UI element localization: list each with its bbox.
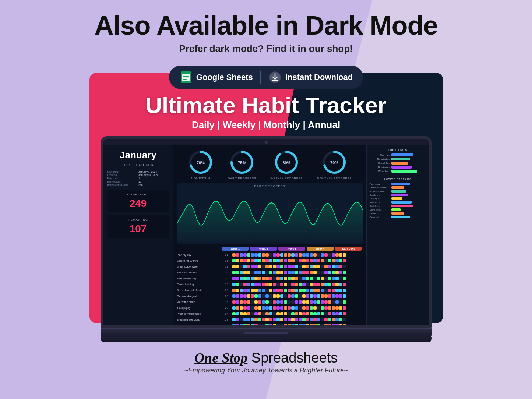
- habit-checkbox: [317, 318, 320, 321]
- habit-checkbox: [254, 259, 258, 262]
- habit-goal: 31: [221, 265, 232, 268]
- habit-checkbox: [262, 294, 265, 298]
- habit-checkbox: [262, 289, 265, 292]
- habit-checkbox: [240, 253, 243, 257]
- habit-checkbox: [335, 265, 339, 268]
- product-subtitle: Daily | Weekly | Monthly | Annual: [101, 119, 432, 131]
- brand-name-italic: One Stop: [194, 350, 248, 366]
- habit-checkbox: [276, 300, 280, 304]
- habit-checkbox: [236, 289, 239, 292]
- habit-checkbox: [269, 294, 272, 298]
- habit-checkbox: [343, 300, 346, 304]
- habit-checkbox: [276, 294, 280, 298]
- habit-checkbox: [317, 253, 320, 257]
- habit-checkboxes: [232, 289, 363, 292]
- habit-checkbox: [310, 306, 313, 310]
- habit-checkbox: [262, 277, 265, 280]
- streak-bar: [391, 197, 402, 200]
- habit-checkbox: [276, 265, 280, 268]
- habit-checkbox: [324, 294, 328, 298]
- habit-checkbox: [288, 318, 291, 321]
- habit-checkbox: [243, 253, 247, 257]
- habit-checkbox: [284, 289, 287, 292]
- habit-checkbox: [251, 283, 254, 286]
- habit-checkbox: [343, 312, 346, 315]
- habit-checkbox: [273, 306, 276, 310]
- line-chart: [177, 188, 363, 242]
- habit-checkbox: [232, 294, 236, 298]
- habit-checkbox: [288, 277, 291, 280]
- habit-checkbox: [291, 253, 295, 257]
- habit-checkbox: [243, 300, 247, 304]
- habit-checkbox: [324, 306, 328, 310]
- habit-checkbox: [240, 283, 243, 286]
- habit-checkbox: [288, 271, 291, 274]
- habit-checkbox: [265, 271, 269, 274]
- habit-checkbox: [251, 271, 254, 274]
- habit-checkbox: [321, 289, 324, 292]
- habit-checkbox: [262, 253, 265, 257]
- habit-checkbox: [321, 294, 324, 298]
- streak-row: Cardio...: [370, 212, 426, 215]
- habit-checkbox: [310, 294, 313, 298]
- habit-checkbox: [324, 277, 328, 280]
- habit-checkbox: [276, 289, 280, 292]
- metric-item-weekly-progress: 89% WEEKLY PROGRESS: [271, 149, 303, 180]
- habit-checkbox: [343, 271, 346, 274]
- habit-checkboxes: [232, 300, 363, 304]
- habit-checkbox: [280, 253, 283, 257]
- habit-checkbox: [328, 318, 331, 321]
- habit-checkbox: [299, 312, 302, 315]
- habit-checkbox: [280, 265, 283, 268]
- habit-checkbox: [302, 289, 306, 292]
- weeks-header: Week 1Week 2Week 3Week 4Extra Days: [173, 245, 366, 252]
- habit-checkbox: [232, 271, 236, 274]
- habit-checkbox: [243, 271, 247, 274]
- habit-checkbox: [273, 277, 276, 280]
- streak-name: Clean and...: [370, 216, 390, 218]
- habit-checkbox: [343, 265, 346, 268]
- habit-checkbox: [240, 306, 243, 310]
- habit-checkbox: [284, 306, 287, 310]
- month-label: January: [107, 149, 169, 161]
- habit-checkbox: [262, 300, 265, 304]
- dashboard-right-panel: TOP HABITS Plan my... No outside... Stre…: [366, 145, 429, 325]
- habit-checkbox: [265, 306, 269, 310]
- screen-content: January - HABIT TRACKER - Start Date Jan…: [103, 145, 429, 325]
- habit-checkbox: [313, 312, 317, 315]
- top-habit-row: Water the...: [370, 170, 426, 173]
- habit-checkbox: [269, 300, 272, 304]
- habit-checkbox: [317, 283, 320, 286]
- end-date-value: January 31, 2024: [138, 174, 169, 176]
- habit-checkbox: [276, 312, 280, 315]
- habit-checkbox: [299, 294, 302, 298]
- habit-goal: 29: [221, 307, 232, 309]
- habit-checkbox: [251, 277, 254, 280]
- habit-checkbox: [339, 318, 342, 321]
- habit-checkbox: [317, 289, 320, 292]
- habit-checkbox: [332, 265, 335, 268]
- remaining-value: 107: [110, 223, 166, 235]
- habit-checkbox: [328, 259, 331, 262]
- habit-checkbox: [273, 253, 276, 257]
- dashboard-main: 70% MOMENTUM 75% DAILY PROGRESS: [173, 145, 366, 325]
- habit-checkbox: [310, 277, 313, 280]
- habit-checkbox: [299, 324, 302, 326]
- habit-checkbox: [269, 312, 272, 315]
- habit-checkbox: [328, 283, 331, 286]
- habit-checkbox: [321, 259, 324, 262]
- habit-checkbox: [251, 324, 254, 326]
- habit-checkbox: [251, 312, 254, 315]
- habit-checkbox: [254, 324, 258, 326]
- habit-checkbox: [291, 312, 295, 315]
- metric-item-momentum: 70% MOMENTUM: [188, 149, 214, 180]
- habit-checkbox: [243, 265, 247, 268]
- habit-checkboxes: [232, 312, 363, 315]
- habit-checkbox: [321, 283, 324, 286]
- habit-name: Strength training: [177, 277, 221, 280]
- habit-checkbox: [251, 300, 254, 304]
- habit-checkbox: [262, 306, 265, 310]
- habit-name: Study for 30 mins: [177, 271, 221, 274]
- habit-goal: 31: [221, 324, 232, 326]
- habit-checkbox: [335, 253, 339, 257]
